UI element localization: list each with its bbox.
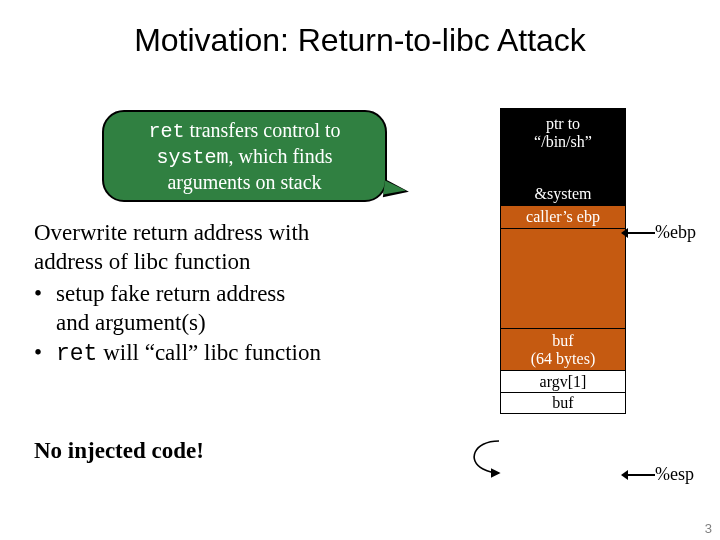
- bullet-list: • setup fake return address and argument…: [34, 279, 474, 369]
- stack-cell-buf64: buf(64 bytes): [500, 329, 626, 371]
- body-text: Overwrite return address with address of…: [34, 218, 474, 369]
- page-number: 3: [705, 521, 712, 536]
- callout-code-system: system: [157, 146, 229, 169]
- callout-line1: ret transfers control to: [148, 118, 340, 144]
- stack-cell-system: &system: [500, 182, 626, 206]
- bullet-1a: setup fake return address: [56, 281, 285, 306]
- loop-arrow-icon: [463, 423, 523, 493]
- arrow-ebp-icon: [627, 232, 655, 234]
- body-line2: address of libc function: [34, 247, 474, 276]
- bullet-1b: and argument(s): [56, 310, 206, 335]
- callout-code-ret: ret: [148, 120, 184, 143]
- stack-cell-ptr: ptr to“/bin/sh”: [500, 108, 626, 158]
- stack-cell-callers-ebp: caller’s ebp: [500, 206, 626, 229]
- stack-buf-l2: (64 bytes): [531, 350, 595, 367]
- bullet-dot-icon: •: [34, 279, 56, 338]
- no-injected-code: No injected code!: [34, 438, 204, 464]
- bullet-1: • setup fake return address and argument…: [34, 279, 474, 338]
- stack-ptr-l1: ptr to: [546, 115, 580, 132]
- callout-text-2b: , which finds: [229, 145, 333, 167]
- register-ebp-label: %ebp: [655, 222, 696, 243]
- register-esp-label: %esp: [655, 464, 694, 485]
- slide-title: Motivation: Return-to-libc Attack: [0, 0, 720, 59]
- stack-cell-middle: [500, 229, 626, 329]
- stack-diagram: ptr to“/bin/sh” &system caller’s ebp buf…: [500, 108, 626, 414]
- bullet-2: • ret will “call” libc function: [34, 338, 474, 369]
- callout-tail: [383, 181, 407, 198]
- stack-buf-l1: buf: [552, 332, 573, 349]
- stack-ptr-l2: “/bin/sh”: [534, 133, 592, 150]
- body-line1: Overwrite return address with: [34, 218, 474, 247]
- stack-cell-argv1: argv[1]: [500, 371, 626, 393]
- bullet-dot-icon: •: [34, 338, 56, 369]
- stack-cell-buf: buf: [500, 393, 626, 414]
- stack-cell-blank: [500, 158, 626, 182]
- callout-line3: arguments on stack: [167, 170, 321, 195]
- callout-line2: system, which finds: [157, 144, 333, 170]
- callout-text-1b: transfers control to: [184, 119, 340, 141]
- callout-box: ret transfers control to system, which f…: [102, 110, 387, 202]
- arrow-esp-icon: [627, 474, 655, 476]
- bullet-2b: will “call” libc function: [97, 340, 321, 365]
- bullet-2-code: ret: [56, 341, 97, 367]
